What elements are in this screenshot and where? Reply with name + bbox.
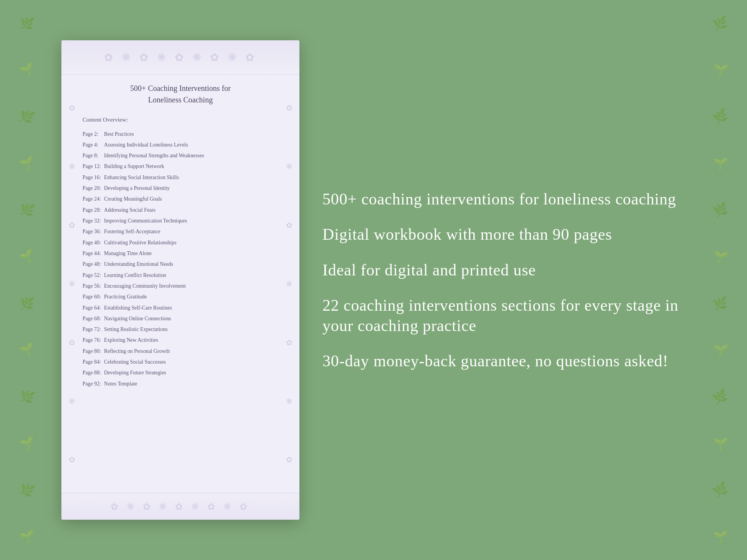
toc-item: Page 12:Building a Support Network	[83, 161, 278, 172]
feature-3: Ideal for digital and printed use	[322, 260, 686, 280]
toc-item: Page 72:Setting Realistic Expectations	[83, 324, 278, 335]
toc-page-number: Page 88:	[83, 369, 104, 376]
main-layout: ✿ ❋ ✿ ❋ ✿ ❋ ✿ ✿ ❋ ✿ ❋ ✿ ❋ ✿ 500+ Coachin…	[0, 0, 747, 560]
toc-item: Page 44:Managing Time Alone	[83, 248, 278, 259]
toc-page-number: Page 20:	[83, 184, 104, 192]
toc-item-title: Fostering Self-Acceptance	[104, 229, 160, 234]
toc-page-number: Page 48:	[83, 260, 104, 268]
feature-2: Digital workbook with more than 90 pages	[322, 224, 686, 245]
toc-page-number: Page 64:	[83, 304, 104, 311]
toc-item-title: Notes Template	[104, 381, 137, 387]
feature-4: 22 coaching interventions sections for e…	[322, 295, 686, 336]
toc-item-title: Exploring New Activities	[104, 337, 158, 343]
feature-text: 500+ coaching interventions for loneline…	[322, 189, 686, 209]
toc-section-label: Content Overview:	[83, 116, 278, 123]
toc-item: Page 20:Developing a Personal Identity	[83, 183, 278, 194]
table-of-contents: Page 2:Best PracticesPage 4:Assessing In…	[83, 128, 278, 389]
toc-item: Page 64:Establishing Self-Care Routines	[83, 302, 278, 313]
toc-page-number: Page 44:	[83, 250, 104, 257]
toc-item: Page 4:Assessing Individual Loneliness L…	[83, 139, 278, 150]
feature-text: Ideal for digital and printed use	[322, 260, 686, 280]
toc-item-title: Navigating Online Connections	[104, 316, 171, 321]
toc-item: Page 60:Practicing Gratitude	[83, 292, 278, 302]
doc-content-area: 500+ Coaching Interventions for Loneline…	[61, 75, 299, 493]
toc-page-number: Page 12:	[83, 163, 104, 170]
toc-item-title: Building a Support Network	[104, 163, 164, 169]
toc-item: Page 28:Addressing Social Fears	[83, 204, 278, 215]
toc-page-number: Page 56:	[83, 282, 104, 290]
toc-item: Page 56:Encouraging Community Involvemen…	[83, 280, 278, 291]
toc-page-number: Page 16:	[83, 174, 104, 181]
toc-page-number: Page 76:	[83, 336, 104, 344]
document-title: 500+ Coaching Interventions for Loneline…	[83, 82, 278, 105]
toc-page-number: Page 4:	[83, 141, 104, 148]
toc-item-title: Learning Conflict Resolution	[104, 272, 166, 278]
toc-item: Page 36:Fostering Self-Acceptance	[83, 226, 278, 237]
doc-top-decoration	[61, 40, 299, 75]
toc-item-title: Celebrating Social Successes	[104, 359, 166, 365]
toc-item-title: Developing Future Strategies	[104, 370, 166, 376]
feature-text: Digital workbook with more than 90 pages	[322, 224, 686, 245]
doc-bottom-decoration	[61, 493, 299, 520]
toc-item-title: Identifying Personal Strengths and Weakn…	[104, 153, 204, 158]
toc-item: Page 92:Notes Template	[83, 378, 278, 389]
toc-page-number: Page 92:	[83, 380, 104, 387]
features-panel: 500+ coaching interventions for loneline…	[322, 189, 716, 371]
toc-page-number: Page 72:	[83, 326, 104, 333]
toc-page-number: Page 32:	[83, 217, 104, 224]
toc-page-number: Page 52:	[83, 272, 104, 279]
toc-item: Page 2:Best Practices	[83, 128, 278, 139]
toc-item-title: Practicing Gratitude	[104, 294, 147, 300]
document-preview: ✿ ❋ ✿ ❋ ✿ ❋ ✿ ✿ ❋ ✿ ❋ ✿ ❋ ✿ 500+ Coachin…	[61, 40, 299, 520]
toc-item: Page 8:Identifying Personal Strengths an…	[83, 150, 278, 161]
toc-item: Page 52:Learning Conflict Resolution	[83, 270, 278, 280]
toc-page-number: Page 60:	[83, 293, 104, 300]
toc-item-title: Addressing Social Fears	[104, 207, 155, 213]
toc-item-title: Reflecting on Personal Growth	[104, 348, 170, 354]
toc-item-title: Encouraging Community Involvement	[104, 283, 186, 289]
toc-item-title: Assessing Individual Loneliness Levels	[104, 142, 188, 148]
toc-item: Page 84:Celebrating Social Successes	[83, 357, 278, 367]
toc-page-number: Page 36:	[83, 228, 104, 235]
feature-text: 30-day money-back guarantee, no question…	[322, 351, 686, 371]
toc-item: Page 32:Improving Communication Techniqu…	[83, 216, 278, 226]
toc-item: Page 80:Reflecting on Personal Growth	[83, 346, 278, 356]
toc-item-title: Developing a Personal Identity	[104, 185, 170, 191]
toc-item-title: Cultivating Positive Relationships	[104, 240, 177, 245]
toc-item-title: Enhancing Social Interaction Skills	[104, 175, 179, 180]
toc-item-title: Establishing Self-Care Routines	[104, 305, 172, 311]
toc-item: Page 24:Creating Meaningful Goals	[83, 194, 278, 204]
toc-item: Page 40:Cultivating Positive Relationshi…	[83, 237, 278, 248]
toc-page-number: Page 28:	[83, 206, 104, 214]
toc-item: Page 76:Exploring New Activities	[83, 335, 278, 346]
toc-item: Page 48:Understanding Emotional Needs	[83, 259, 278, 270]
toc-page-number: Page 2:	[83, 130, 104, 138]
toc-page-number: Page 84:	[83, 358, 104, 366]
toc-page-number: Page 24:	[83, 195, 104, 203]
toc-item: Page 16:Enhancing Social Interaction Ski…	[83, 172, 278, 183]
toc-page-number: Page 68:	[83, 315, 104, 322]
toc-item-title: Creating Meaningful Goals	[104, 196, 162, 202]
toc-item-title: Improving Communication Techniques	[104, 218, 187, 224]
toc-page-number: Page 80:	[83, 348, 104, 355]
toc-item-title: Managing Time Alone	[104, 250, 152, 256]
feature-1: 500+ coaching interventions for loneline…	[322, 189, 686, 209]
feature-text: 22 coaching interventions sections for e…	[322, 295, 686, 336]
toc-item-title: Setting Realistic Expectations	[104, 326, 168, 332]
toc-item: Page 88:Developing Future Strategies	[83, 367, 278, 378]
toc-item-title: Best Practices	[104, 131, 134, 137]
toc-page-number: Page 8:	[83, 152, 104, 159]
toc-item: Page 68:Navigating Online Connections	[83, 313, 278, 324]
feature-5: 30-day money-back guarantee, no question…	[322, 351, 686, 371]
toc-item-title: Understanding Emotional Needs	[104, 261, 173, 267]
toc-page-number: Page 40:	[83, 239, 104, 246]
